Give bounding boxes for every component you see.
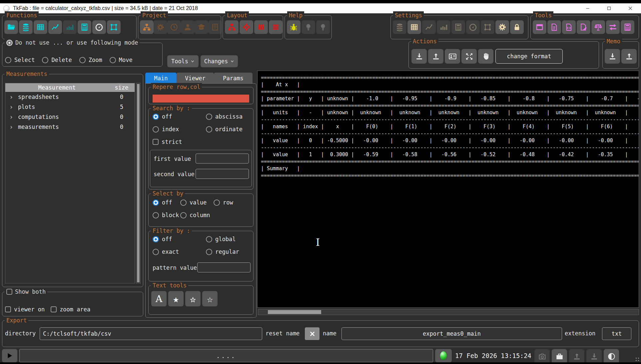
tab-viewer[interactable]: Viewer [177, 73, 214, 84]
hand-button[interactable] [478, 49, 493, 64]
tab-main[interactable]: Main [145, 73, 177, 84]
clock-button[interactable] [167, 20, 181, 34]
chart-bar-button[interactable] [437, 20, 450, 34]
chart-line-button[interactable] [422, 20, 436, 34]
search-index-radio[interactable] [153, 126, 159, 133]
search-index-option[interactable]: index [153, 126, 179, 133]
calculator-button[interactable] [621, 20, 634, 34]
window-button[interactable] [533, 20, 546, 34]
bulb-button[interactable] [302, 20, 315, 34]
mode-option-zoom[interactable]: Zoom [79, 57, 102, 63]
chevron-right-icon[interactable]: › [9, 123, 18, 131]
reset-name-button[interactable] [305, 327, 320, 340]
change-format-button[interactable]: change format [495, 49, 563, 64]
tree-header[interactable]: Measurement size [5, 83, 135, 92]
filter-regular-radio[interactable] [206, 249, 212, 255]
folder-open-button[interactable] [4, 20, 18, 34]
select-block-radio[interactable] [153, 212, 159, 218]
play-button[interactable] [2, 349, 17, 362]
briefcase-button[interactable] [552, 349, 567, 364]
repere-entry[interactable] [152, 94, 250, 103]
filter-off-radio[interactable] [153, 236, 159, 242]
star-filled-button[interactable]: ★ [168, 291, 184, 306]
select-off-radio[interactable] [153, 199, 159, 206]
tree-row-measurements[interactable]: ›measurements0 [5, 122, 135, 132]
calculator-button[interactable] [451, 20, 465, 34]
upload-button[interactable] [428, 49, 443, 64]
extension-entry[interactable]: txt [602, 327, 631, 340]
pattern-value-entry[interactable] [197, 262, 251, 272]
move-radio[interactable] [110, 57, 116, 63]
select-off-option[interactable]: off [153, 199, 172, 206]
scrollbar-thumb[interactable] [137, 84, 140, 282]
gauge-button[interactable] [92, 20, 106, 34]
filter-regular-option[interactable]: regular [206, 248, 239, 255]
select-value-option[interactable]: value [180, 199, 207, 206]
chevron-right-icon[interactable]: › [9, 113, 18, 121]
show-both-checkbox[interactable] [6, 289, 12, 295]
select-radio[interactable] [5, 57, 11, 63]
filter-exact-radio[interactable] [153, 249, 159, 255]
gear-button[interactable] [495, 20, 509, 34]
zoom-area-option[interactable]: zoom area [51, 306, 90, 313]
tree-button[interactable] [225, 20, 239, 34]
swap-button[interactable] [606, 20, 620, 34]
doc-edit-button[interactable] [577, 20, 590, 34]
maximize-button[interactable] [598, 3, 620, 13]
star-bold-button[interactable]: ☆ [185, 291, 201, 306]
download-button[interactable] [605, 49, 620, 64]
download-button[interactable] [411, 49, 427, 64]
mode-off-radio[interactable] [6, 40, 13, 46]
target-button[interactable] [240, 20, 253, 34]
column-measurement[interactable]: Measurement [5, 84, 109, 91]
zoom-area-checkbox[interactable] [51, 306, 57, 312]
scales-button[interactable] [591, 20, 605, 34]
mode-option-delete[interactable]: Delete [42, 57, 72, 63]
viewer-on-option[interactable]: viewer on [5, 306, 45, 313]
select-block-option[interactable]: block [153, 212, 179, 218]
delete-radio[interactable] [42, 57, 48, 63]
filter-exact-option[interactable]: exact [153, 248, 179, 255]
chevron-right-icon[interactable]: › [9, 93, 18, 101]
resize-grip[interactable] [634, 356, 640, 362]
star-outline-button[interactable]: ☆ [202, 291, 218, 306]
scrollbar-thumb[interactable] [268, 310, 321, 314]
select-row-option[interactable]: row [214, 199, 233, 206]
terminal-horizontal-scrollbar[interactable] [258, 309, 639, 315]
tab-params[interactable]: Params [214, 73, 253, 84]
viewer-on-checkbox[interactable] [5, 306, 11, 312]
tree-button[interactable] [140, 20, 154, 34]
upload-button[interactable] [569, 349, 584, 364]
bug-button[interactable] [287, 20, 301, 34]
table-button[interactable] [34, 20, 47, 34]
grad-cap-button[interactable] [195, 20, 208, 34]
bars-vertical-button[interactable] [254, 20, 268, 34]
camera-button[interactable] [534, 349, 550, 364]
tree-row-plots[interactable]: ›plots5 [5, 102, 135, 112]
bulb-button[interactable] [316, 20, 330, 34]
search-abscissa-option[interactable]: abscissa [206, 113, 243, 120]
select-column-radio[interactable] [180, 212, 187, 218]
upload-button[interactable] [621, 49, 637, 64]
gauge-button[interactable] [466, 20, 480, 34]
font-button[interactable]: A [151, 291, 167, 306]
search-abscissa-radio[interactable] [206, 114, 212, 120]
database-button[interactable] [19, 20, 33, 34]
select-column-option[interactable]: column [180, 212, 210, 218]
strict-option[interactable]: strict [153, 139, 182, 145]
mode-option-move[interactable]: Move [110, 57, 133, 63]
zoom-radio[interactable] [79, 57, 86, 63]
chevron-right-icon[interactable]: › [9, 103, 18, 111]
person-button[interactable] [181, 20, 195, 34]
tree-row-computations[interactable]: ›computations0 [5, 112, 135, 122]
directory-entry[interactable]: C:/tclsoft/tkfab/csv [40, 327, 262, 340]
search-off-option[interactable]: off [153, 113, 172, 120]
download-button[interactable] [586, 349, 602, 364]
filter-global-option[interactable]: global [206, 236, 236, 242]
toggle-button[interactable] [604, 349, 619, 364]
table-button[interactable] [407, 20, 421, 34]
close-button[interactable] [620, 3, 641, 13]
filter-global-radio[interactable] [206, 236, 212, 242]
frame-select-button[interactable] [481, 20, 494, 34]
calculator-button[interactable] [78, 20, 91, 34]
